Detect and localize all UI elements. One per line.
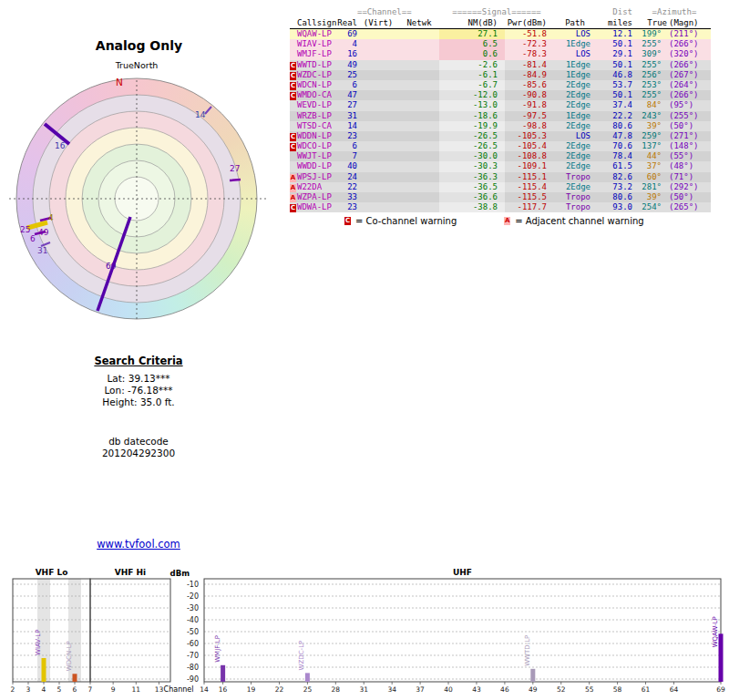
- pwr-dbm: -81.4: [505, 60, 554, 70]
- warning-marker: C: [290, 90, 297, 100]
- pwr-dbm: -91.8: [505, 100, 554, 110]
- callsign-channel-cell: W22DA22: [297, 182, 357, 192]
- callsign-channel-cell: WPSJ-LP24: [297, 172, 357, 182]
- azimuth-group-header: =Azimuth=: [640, 7, 709, 17]
- path: Tropo: [554, 202, 596, 212]
- pwr-dbm: -85.6: [505, 80, 554, 90]
- callsign-channel-cell: WDCO-LP6: [297, 141, 357, 151]
- network: [399, 70, 439, 80]
- channel-real: 40: [347, 161, 357, 171]
- callsign-channel-cell: WQAW-LP69: [297, 29, 357, 39]
- callsign: WWJT-LP: [297, 151, 332, 161]
- callsign-channel-cell: WMDO-CA47: [297, 90, 357, 100]
- azimuth-true: 309°: [640, 49, 667, 59]
- dist-miles: 53.7: [596, 80, 640, 90]
- dbm-tick-label: -30: [187, 604, 199, 612]
- callsign: WEVD-LP: [297, 100, 332, 110]
- signal-group-header: ======Signal======: [439, 7, 554, 17]
- network: [399, 111, 439, 121]
- channel-tick-label: 22: [275, 685, 284, 694]
- pwr-dbm: -105.4: [505, 141, 554, 151]
- callsign-channel-cell: WZDC-LP25: [297, 70, 357, 80]
- db-datecode-label: db datecode: [61, 436, 216, 448]
- path: 2Edge: [554, 151, 596, 161]
- callsign-channel-cell: WIAV-LP4: [297, 39, 357, 49]
- table-row: WWJT-LP7-30.0-108.82Edge78.444°(55°): [290, 151, 711, 161]
- dbm-tick-label: -50: [187, 628, 199, 636]
- co-channel-warning-icon: C: [290, 72, 296, 80]
- warning-marker: C: [290, 141, 297, 151]
- nm-db: 27.1: [439, 29, 505, 39]
- azimuth-true: 255°: [640, 90, 667, 100]
- table-row: CWMDO-CA47-12.0-90.82Edge50.1255°(266°): [290, 90, 711, 100]
- channel-virt: [357, 192, 399, 202]
- dist-miles: 37.4: [596, 100, 640, 110]
- nm-db: -26.5: [439, 141, 505, 151]
- callsign-channel-cell: WTSD-CA14: [297, 121, 357, 131]
- azimuth-magn: (255°): [667, 111, 709, 121]
- pwr-dbm: -109.1: [505, 161, 554, 171]
- azimuth-magn: (264°): [667, 80, 709, 90]
- co-channel-warning-icon: C: [290, 82, 296, 90]
- co-channel-warning-icon: C: [290, 92, 296, 100]
- channel-tick-label: 37: [416, 685, 425, 694]
- netwk-header: Netwk: [399, 17, 439, 28]
- azimuth-magn: (266°): [667, 60, 709, 70]
- callsign-real-header: CallsignReal: [297, 17, 357, 28]
- channel-tick-label: 43: [472, 685, 481, 694]
- height-value: Height: 35.0 ft.: [61, 396, 216, 408]
- path: LOS: [554, 49, 596, 59]
- path: LOS: [554, 131, 596, 141]
- callsign: WTSD-CA: [297, 121, 332, 131]
- nm-db: -6.7: [439, 80, 505, 90]
- path: 1Edge: [554, 60, 596, 70]
- channel-tick-label: 64: [670, 685, 679, 694]
- callsign-channel-cell: WWJT-LP7: [297, 151, 357, 161]
- callsign: WDWA-LP: [297, 202, 332, 212]
- warning-marker: A: [290, 182, 297, 192]
- table-row: WEVD-LP27-13.0-91.82Edge37.484°(95°): [290, 100, 711, 110]
- true-header: True: [640, 17, 667, 28]
- pwr-dbm: -84.9: [505, 70, 554, 80]
- dbm-tick-label: -20: [187, 592, 199, 601]
- pwr-dbm: -117.7: [505, 202, 554, 212]
- band-title: UHF: [453, 568, 472, 577]
- channel-virt: [357, 161, 399, 171]
- pwr-dbm: -98.8: [505, 121, 554, 131]
- dist-miles: 22.2: [596, 111, 640, 121]
- channel-virt: [357, 121, 399, 131]
- azimuth-magn: (320°): [667, 49, 709, 59]
- table-row: AW22DA22-36.5-115.42Edge73.2281°(292°): [290, 182, 711, 192]
- channel-tick-label: 46: [500, 685, 509, 694]
- azimuth-true: 259°: [640, 131, 667, 141]
- channel-virt: [357, 172, 399, 182]
- search-criteria-heading: Search Criteria: [61, 355, 216, 367]
- network: [399, 80, 439, 90]
- network: [399, 141, 439, 151]
- path: 2Edge: [554, 90, 596, 100]
- azimuth-magn: (95°): [667, 100, 709, 110]
- channel-real: 24: [347, 172, 357, 182]
- network: [399, 49, 439, 59]
- azimuth-magn: (71°): [667, 172, 709, 182]
- network: [399, 182, 439, 192]
- nm-db: -19.9: [439, 121, 505, 131]
- dbm-tick-label: -70: [187, 652, 199, 660]
- azimuth-magn: (50°): [667, 192, 709, 202]
- channel-real: 14: [347, 121, 357, 131]
- pwr-dbm: -115.4: [505, 182, 554, 192]
- channel-virt: [357, 60, 399, 70]
- band-panel: [90, 579, 170, 682]
- adjacent-channel-warning-icon: A: [290, 174, 296, 182]
- network: [399, 192, 439, 202]
- band-title: VHF Hi: [115, 568, 146, 577]
- tvfool-link[interactable]: www.tvfool.com: [61, 538, 216, 551]
- callsign: WWDD-LP: [297, 161, 332, 171]
- signal-bar: [719, 633, 724, 682]
- warning-marker: C: [290, 70, 297, 80]
- pwr-dbm: -51.8: [505, 29, 554, 39]
- table-row: CWZDC-LP25-6.1-84.91Edge46.8256°(267°): [290, 70, 711, 80]
- callsign: WDCN-LP: [297, 80, 332, 90]
- path: 1Edge: [554, 70, 596, 80]
- co-channel-warning-icon: C: [290, 62, 296, 70]
